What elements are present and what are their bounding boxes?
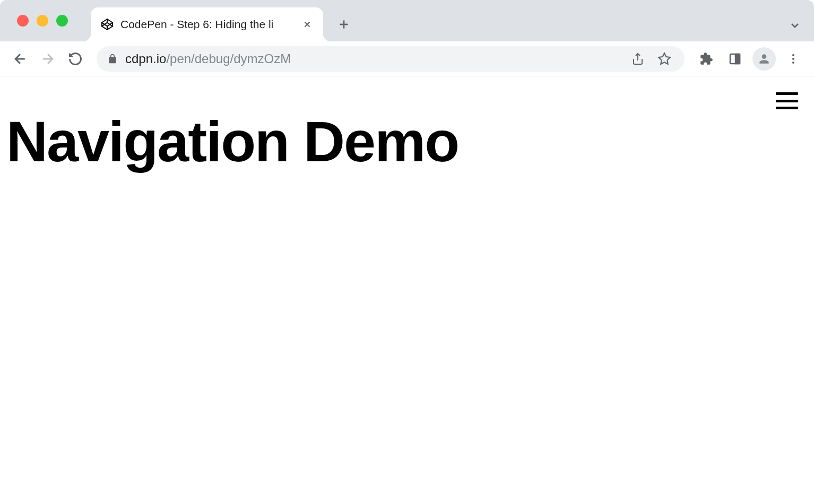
side-panel-icon[interactable] <box>724 48 746 70</box>
tab-title: CodePen - Step 6: Hiding the li <box>120 18 295 31</box>
svg-point-14 <box>792 58 794 60</box>
page-heading: Navigation Demo <box>6 110 814 173</box>
reload-button[interactable] <box>65 48 86 69</box>
page-content: Navigation Demo <box>0 76 814 504</box>
back-button[interactable] <box>10 48 31 69</box>
close-window-button[interactable] <box>17 15 29 27</box>
close-tab-icon[interactable] <box>301 18 314 31</box>
svg-rect-12 <box>735 54 740 64</box>
share-icon[interactable] <box>628 49 647 68</box>
svg-point-15 <box>792 62 794 64</box>
window-controls <box>17 15 68 27</box>
extensions-icon[interactable] <box>695 48 717 70</box>
tab-bar: CodePen - Step 6: Hiding the li <box>0 0 814 41</box>
hamburger-menu-icon[interactable] <box>776 92 798 109</box>
bookmark-icon[interactable] <box>655 49 674 68</box>
menu-icon[interactable] <box>782 48 804 70</box>
browser-window: CodePen - Step 6: Hiding the li <box>0 0 814 504</box>
browser-toolbar: cdpn.io/pen/debug/dymzOzM <box>0 41 814 76</box>
browser-tab[interactable]: CodePen - Step 6: Hiding the li <box>91 7 323 41</box>
minimize-window-button[interactable] <box>37 15 48 27</box>
lock-icon <box>107 54 118 64</box>
svg-point-13 <box>792 54 794 56</box>
profile-button[interactable] <box>752 47 776 71</box>
address-bar[interactable]: cdpn.io/pen/debug/dymzOzM <box>97 46 685 72</box>
svg-marker-10 <box>659 53 670 64</box>
maximize-window-button[interactable] <box>56 15 68 27</box>
new-tab-button[interactable] <box>333 14 354 35</box>
tab-overflow-button[interactable] <box>786 17 803 34</box>
url-domain: cdpn.io <box>125 51 166 66</box>
url-path: /pen/debug/dymzOzM <box>166 51 291 66</box>
url-text: cdpn.io/pen/debug/dymzOzM <box>125 51 621 66</box>
codepen-icon <box>100 18 114 31</box>
forward-button[interactable] <box>37 48 58 69</box>
